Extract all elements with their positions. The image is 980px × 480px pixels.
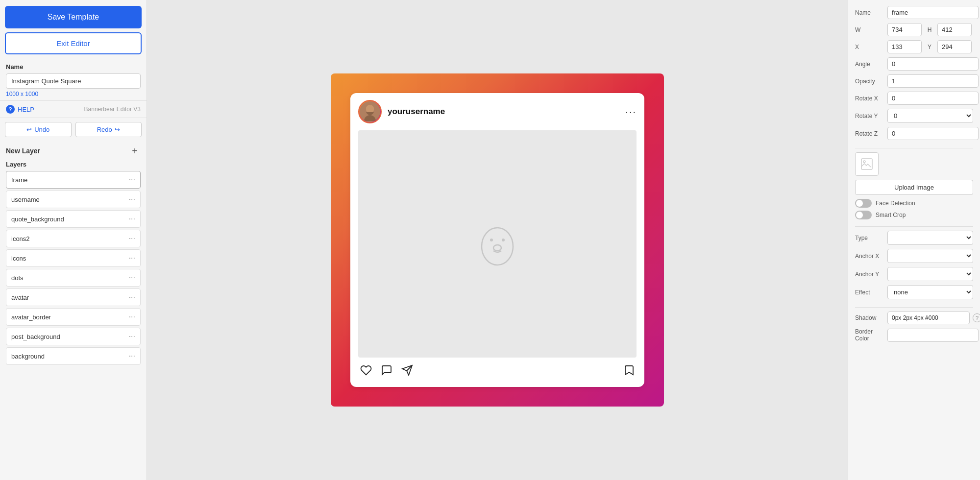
layer-item[interactable]: icons ··· (6, 249, 141, 267)
layer-item[interactable]: avatar ··· (6, 288, 141, 306)
comment-icon[interactable] (381, 364, 392, 379)
svg-rect-10 (861, 159, 872, 169)
canvas-area: yourusername ··· (147, 0, 848, 480)
svg-point-7 (493, 245, 501, 251)
layer-item[interactable]: background ··· (6, 347, 141, 365)
rotatez-input[interactable] (887, 127, 979, 140)
layer-name: dots (11, 274, 24, 282)
help-button[interactable]: ? HELP (6, 105, 34, 114)
svg-point-5 (490, 239, 493, 241)
face-detection-label: Face Detection (876, 200, 915, 207)
redo-arrow-icon: ↪ (115, 126, 120, 133)
layer-options-icon[interactable]: ··· (129, 332, 135, 341)
layer-options-icon[interactable]: ··· (129, 215, 135, 223)
layer-item[interactable]: quote_background ··· (6, 210, 141, 228)
layer-options-icon[interactable]: ··· (129, 312, 135, 321)
face-detection-toggle[interactable] (855, 199, 872, 208)
layer-options-icon[interactable]: ··· (129, 254, 135, 263)
layer-name: background (11, 353, 45, 360)
instagram-post-card: yourusername ··· (350, 93, 644, 387)
share-icon[interactable] (401, 364, 413, 379)
post-more-icon[interactable]: ··· (625, 106, 637, 118)
redo-button[interactable]: Redo ↪ (75, 122, 142, 137)
y-label: Y (925, 44, 934, 50)
shadow-input[interactable] (887, 312, 970, 324)
post-user: yourusername (358, 100, 445, 123)
smart-crop-label: Smart Crop (876, 212, 906, 218)
opacity-label: Opacity (855, 78, 884, 85)
upload-image-button[interactable]: Upload Image (855, 180, 973, 195)
rotatey-label: Rotate Y (855, 113, 884, 120)
layer-item[interactable]: avatar_border ··· (6, 308, 141, 326)
exit-editor-button[interactable]: Exit Editor (5, 32, 142, 54)
name-prop-input[interactable] (887, 6, 979, 19)
rotatez-label: Rotate Z (855, 130, 884, 137)
effect-select[interactable]: none (887, 285, 973, 299)
layer-options-icon[interactable]: ··· (129, 175, 135, 184)
layer-name: icons2 (11, 235, 30, 242)
post-actions-left (360, 364, 413, 379)
border-color-input[interactable] (887, 329, 979, 342)
layer-item[interactable]: dots ··· (6, 269, 141, 287)
instagram-frame: yourusername ··· (331, 73, 664, 407)
layer-options-icon[interactable]: ··· (129, 352, 135, 360)
new-layer-label: New Layer (6, 147, 40, 155)
template-name-input[interactable] (6, 73, 141, 89)
left-sidebar: Save Template Exit Editor Name 1000 x 10… (0, 0, 147, 480)
help-icon: ? (6, 105, 15, 114)
type-select[interactable] (887, 231, 973, 245)
layer-item[interactable]: username ··· (6, 191, 141, 208)
angle-input[interactable] (887, 57, 979, 71)
layer-name: avatar_border (11, 313, 51, 321)
svg-point-1 (364, 115, 376, 121)
rotatex-input[interactable] (887, 92, 979, 105)
layer-options-icon[interactable]: ··· (129, 293, 135, 302)
layer-options-icon[interactable]: ··· (129, 195, 135, 204)
y-input[interactable] (937, 40, 972, 53)
add-layer-button[interactable]: + (129, 145, 141, 157)
opacity-input[interactable] (887, 74, 979, 88)
shadow-help-icon[interactable]: ? (973, 313, 980, 322)
layers-list: frame ··· username ··· quote_background … (6, 171, 141, 365)
layer-name: username (11, 196, 40, 203)
post-username: yourusername (388, 107, 445, 117)
layer-item[interactable]: post_background ··· (6, 328, 141, 345)
undo-label: Undo (34, 126, 49, 133)
x-input[interactable] (887, 40, 922, 53)
post-header: yourusername ··· (350, 93, 644, 130)
save-template-button[interactable]: Save Template (5, 6, 142, 28)
bookmark-icon[interactable] (624, 364, 635, 379)
image-preview-box (855, 152, 879, 176)
layer-options-icon[interactable]: ··· (129, 234, 135, 243)
layer-name: frame (11, 176, 27, 184)
layer-name: quote_background (11, 216, 64, 223)
smart-crop-toggle[interactable] (855, 211, 872, 219)
anchory-select[interactable] (887, 267, 973, 281)
layer-item[interactable]: frame ··· (6, 171, 141, 189)
dimensions-label: 1000 x 1000 (6, 91, 141, 97)
dog-placeholder-icon (473, 215, 522, 273)
svg-point-6 (502, 239, 505, 241)
avatar-inner (360, 101, 380, 122)
h-input[interactable] (937, 23, 972, 36)
w-input[interactable] (887, 23, 922, 36)
redo-label: Redo (97, 126, 112, 133)
post-actions (350, 358, 644, 387)
shadow-label: Shadow (855, 314, 884, 321)
undo-button[interactable]: ↩ Undo (5, 122, 72, 137)
like-icon[interactable] (360, 364, 372, 379)
anchory-label: Anchor Y (855, 271, 884, 278)
avatar (358, 100, 382, 123)
name-prop-label: Name (855, 9, 884, 16)
rotatey-select[interactable]: 0 (887, 109, 973, 123)
layers-label: Layers (6, 161, 141, 168)
h-label: H (925, 26, 934, 33)
angle-label: Angle (855, 61, 884, 68)
effect-label: Effect (855, 289, 884, 296)
layer-item[interactable]: icons2 ··· (6, 230, 141, 247)
layer-options-icon[interactable]: ··· (129, 273, 135, 282)
layer-name: post_background (11, 333, 60, 340)
anchorx-select[interactable] (887, 249, 973, 263)
svg-point-4 (482, 228, 513, 265)
layer-name: icons (11, 255, 26, 262)
